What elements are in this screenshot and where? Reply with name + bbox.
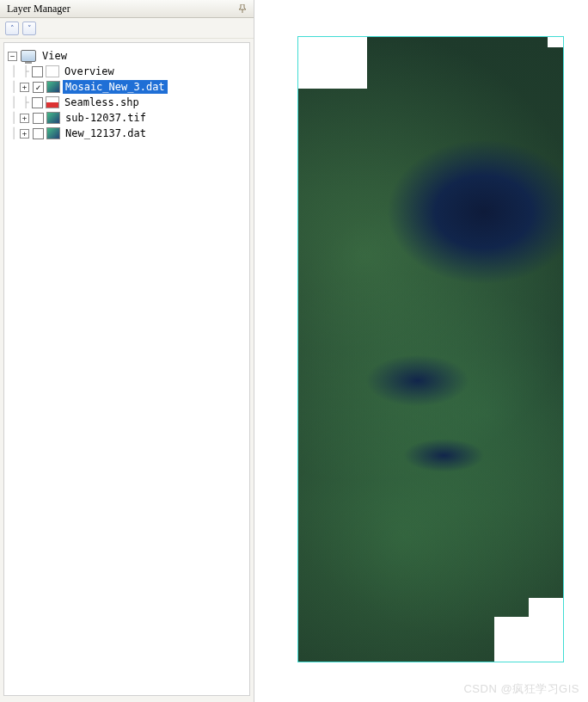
- nodata-region: [494, 617, 563, 662]
- tree-item-mosaic[interactable]: │ + ✓ Mosaic_New_3.dat: [8, 79, 246, 95]
- tree-item-new12137[interactable]: │ + New_12137.dat: [8, 126, 246, 141]
- tree-root-label: View: [40, 49, 70, 63]
- layer-tree[interactable]: − View │ ├ Overview │ + ✓ Mosaic_New_3.d…: [3, 42, 250, 696]
- tree-item-label: sub-12037.tif: [63, 111, 149, 125]
- panel-title: Layer Manager: [7, 3, 70, 15]
- tree-item-label: Seamless.shp: [62, 95, 142, 109]
- checkbox[interactable]: ✓: [33, 82, 44, 93]
- layer-manager-panel: Layer Manager ˄ ˅ − View │ ├ Overview │ …: [0, 0, 254, 702]
- nodata-region: [548, 37, 563, 47]
- checkbox[interactable]: [33, 113, 44, 124]
- collapse-all-button[interactable]: ˄: [5, 22, 19, 35]
- mosaic-image-frame: [297, 36, 564, 662]
- nodata-region: [529, 598, 563, 617]
- watermark-text: CSDN @疯狂学习GIS: [463, 681, 579, 697]
- view-icon: [21, 50, 36, 62]
- raster-icon: [46, 112, 60, 124]
- expander-icon[interactable]: +: [20, 114, 29, 123]
- expander-icon[interactable]: +: [20, 129, 29, 139]
- panel-pin-icon[interactable]: [236, 3, 248, 15]
- map-viewport[interactable]: [254, 0, 588, 702]
- tree-root-view[interactable]: − View: [8, 48, 246, 64]
- tree-item-label: New_12137.dat: [63, 126, 149, 140]
- expander-icon[interactable]: +: [20, 83, 29, 92]
- checkbox[interactable]: [33, 128, 44, 139]
- panel-toolbar: ˄ ˅: [0, 18, 254, 39]
- tree-item-overview[interactable]: │ ├ Overview: [8, 64, 246, 79]
- overview-icon: [46, 65, 59, 77]
- shapefile-icon: [46, 96, 59, 108]
- raster-icon: [46, 127, 60, 139]
- checkbox[interactable]: [32, 97, 43, 108]
- satellite-mosaic-image: [298, 37, 563, 662]
- raster-icon: [46, 81, 60, 93]
- expand-all-button[interactable]: ˅: [22, 22, 36, 35]
- tree-item-seamless[interactable]: │ ├ Seamless.shp: [8, 95, 246, 110]
- tree-item-label: Mosaic_New_3.dat: [63, 80, 168, 94]
- tree-item-sub12037[interactable]: │ + sub-12037.tif: [8, 110, 246, 126]
- tree-item-label: Overview: [62, 65, 117, 78]
- nodata-region: [298, 37, 367, 89]
- checkbox[interactable]: [32, 66, 43, 77]
- panel-header: Layer Manager: [0, 0, 254, 18]
- expander-icon[interactable]: −: [8, 52, 17, 61]
